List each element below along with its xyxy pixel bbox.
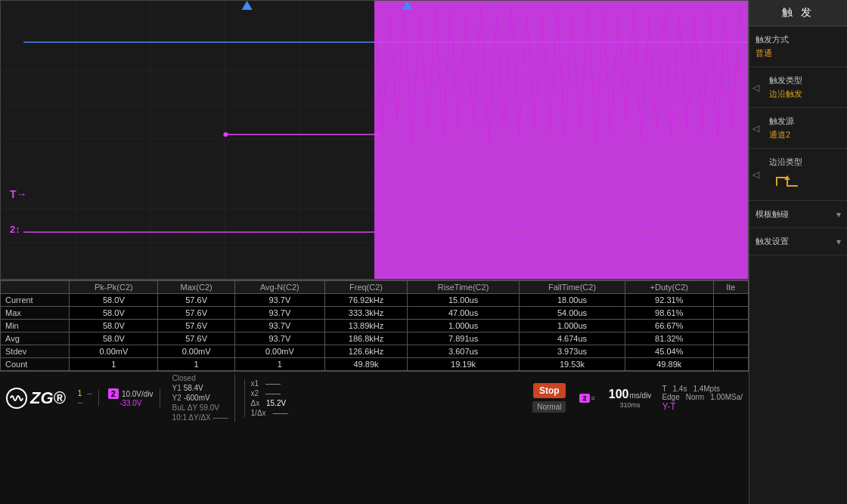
table-cell-4-8 xyxy=(713,345,748,358)
ch1-info: 1 -- -- xyxy=(78,389,99,407)
edge-type-label: 边沿类型 xyxy=(769,156,805,168)
table-cell-3-8 xyxy=(713,332,748,345)
table-cell-0-0: Current xyxy=(1,294,70,307)
x1-val: —— xyxy=(265,379,281,388)
table-cell-0-4: 76.92kHz xyxy=(324,294,407,307)
trigger-source-label: 触发源 xyxy=(769,116,794,127)
table-cell-1-0: Max xyxy=(1,307,70,320)
probe-ratio: 10:1 ΔY/ΔX —— xyxy=(172,413,228,422)
table-cell-4-5: 3.607us xyxy=(408,345,520,358)
table-header-row: Pk-Pk(C2) Max(C2) Avg-N(C2) Freq(C2) Ris… xyxy=(1,281,749,294)
trigger-settings-label: 触发设置 xyxy=(755,236,789,247)
table-cell-3-5: 7.891us xyxy=(408,332,520,345)
template-touch-label: 模板触碰 xyxy=(755,209,789,220)
x1-row: x1 —— xyxy=(251,379,288,388)
y1-value: 58.4V xyxy=(184,384,203,392)
normal-button[interactable]: Normal xyxy=(532,401,566,413)
table-cell-2-0: Min xyxy=(1,320,70,332)
table-cell-3-3: 93.7V xyxy=(234,332,324,345)
edge-val: Norm xyxy=(686,393,704,401)
table-cell-4-4: 126.6kHz xyxy=(324,345,407,358)
table-cell-3-1: 58.0V xyxy=(70,332,158,345)
table-cell-0-2: 57.6V xyxy=(158,294,234,307)
table-row: Avg58.0V57.6V93.7V186.8kHz7.891us4.674us… xyxy=(1,332,749,345)
ch2-header: 2 10.0V/div xyxy=(108,388,154,399)
trigger-panel-header: 触 发 xyxy=(749,0,847,26)
yt-row: Y-T xyxy=(662,401,743,412)
closed-label: Closed xyxy=(172,374,228,382)
trigger-type-value: 边沿触发 xyxy=(769,88,802,100)
table-cell-1-2: 57.6V xyxy=(158,307,234,320)
table-cell-4-7: 45.04% xyxy=(625,345,713,358)
edge-val2: 1.00MSa/ xyxy=(710,393,743,401)
edge-type-arrow: ◁ xyxy=(752,169,759,180)
col-header-fall: FallTime(C2) xyxy=(520,281,625,294)
table-cell-5-0: Count xyxy=(1,358,70,371)
table-cell-1-7: 98.61% xyxy=(625,307,713,320)
ch2-mini-label: 2 xyxy=(579,394,589,403)
scope-display: T→ 2↕ xyxy=(0,0,749,280)
table-cell-3-0: Avg xyxy=(1,332,70,345)
time-val: 1.4s xyxy=(672,385,687,393)
table-cell-4-6: 3.973us xyxy=(520,345,625,358)
table-cell-0-6: 18.00us xyxy=(520,294,625,307)
table-cell-0-7: 92.31% xyxy=(625,294,713,307)
dx-val: 15.2V xyxy=(266,399,286,407)
trigger-type-item[interactable]: ◁ 触发类型 边沿触发 xyxy=(749,67,847,108)
ch2-indicator: 2 ≡ xyxy=(579,394,594,403)
ch2-label: 2↕ xyxy=(10,224,20,235)
col-header-max: Max(C2) xyxy=(158,281,234,294)
table-row: Count11149.89k19.19k19.53k49.89k xyxy=(1,358,749,371)
trigger-panel: 触 发 触发方式 普通 ◁ 触发类型 边沿触发 ◁ 触发源 通道2 ◁ 边沿类型 xyxy=(749,0,847,504)
table-cell-1-4: 333.3kHz xyxy=(324,307,407,320)
y2-val: Y2 -600mV xyxy=(172,394,228,402)
table-row: Stdev0.00mV0.00mV0.00mV126.6kHz3.607us3.… xyxy=(1,345,749,358)
trigger-settings-item[interactable]: 触发设置 ▾ xyxy=(749,228,847,255)
timebase-unit: ms/div xyxy=(629,391,651,400)
measurement-table: Pk-Pk(C2) Max(C2) Avg-N(C2) Freq(C2) Ris… xyxy=(0,280,749,371)
svg-rect-17 xyxy=(374,1,748,279)
logo-area: ZG® xyxy=(6,388,66,409)
svg-marker-23 xyxy=(402,1,412,10)
inv-dx-val: —— xyxy=(272,409,287,417)
trigger-mode-item[interactable]: 触发方式 普通 xyxy=(749,26,847,67)
edge-type-item[interactable]: ◁ 边沿类型 xyxy=(749,149,847,201)
delta-y-value: 59.0V xyxy=(200,404,219,412)
cursor-values: x1 —— x2 —— Δx 15.2V 1/Δx —— xyxy=(244,379,288,417)
timebase-info: 100 ms/div 310ms xyxy=(609,388,652,409)
col-header-freq: Freq(C2) xyxy=(324,281,407,294)
table-cell-3-2: 57.6V xyxy=(158,332,234,345)
svg-marker-22 xyxy=(242,1,253,10)
table-cell-1-1: 58.0V xyxy=(70,307,158,320)
run-stop-area[interactable]: Stop Normal xyxy=(532,383,566,413)
trigger-T-label: T→ xyxy=(10,188,27,200)
svg-point-20 xyxy=(223,132,228,137)
table-cell-1-8 xyxy=(713,307,748,320)
table-cell-2-6: 1.000us xyxy=(520,320,625,332)
template-touch-item[interactable]: 模板触碰 ▾ xyxy=(749,201,847,228)
table-row: Min58.0V57.6V93.7V13.89kHz1.000us1.000us… xyxy=(1,320,749,332)
x2-label: x2 xyxy=(251,389,259,397)
table-cell-2-1: 58.0V xyxy=(70,320,158,332)
trigger-mode-label: 触发方式 xyxy=(755,34,789,45)
col-header-avg: Avg-N(C2) xyxy=(234,281,324,294)
table-cell-5-2: 1 xyxy=(158,358,234,371)
table-cell-5-3: 1 xyxy=(234,358,324,371)
table-row: Max58.0V57.6V93.7V333.3kHz47.00us54.00us… xyxy=(1,307,749,320)
table-cell-2-2: 57.6V xyxy=(158,320,234,332)
table-cell-0-3: 93.7V xyxy=(234,294,324,307)
ch2-mini-icon: ≡ xyxy=(591,394,595,402)
table-cell-5-7: 49.89k xyxy=(625,358,713,371)
table-cell-2-7: 66.67% xyxy=(625,320,713,332)
ch2-block-label: 2 xyxy=(108,388,119,399)
dx-row: Δx 15.2V xyxy=(251,399,288,407)
dx-label: Δx xyxy=(251,399,260,407)
table-cell-3-4: 186.8kHz xyxy=(324,332,407,345)
stop-button[interactable]: Stop xyxy=(533,383,566,398)
edge-visual xyxy=(769,170,805,193)
col-header-ite: Ite xyxy=(713,281,748,294)
time-row: T 1.4s 1.4Mpts xyxy=(662,385,743,393)
trigger-type-arrow: ◁ xyxy=(752,82,759,93)
timebase-value: 100 xyxy=(609,388,629,401)
trigger-source-item[interactable]: ◁ 触发源 通道2 xyxy=(749,108,847,149)
